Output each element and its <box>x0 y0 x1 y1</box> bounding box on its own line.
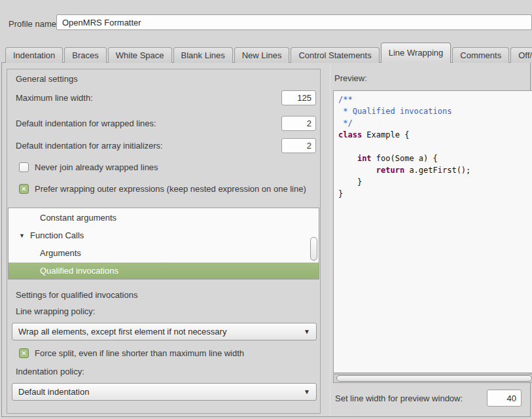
tab-white-space[interactable]: White Space <box>108 47 172 63</box>
array-initializers-indentation-row: Default indentation for array initialize… <box>16 138 316 153</box>
code-line: return a.getFirst(); <box>338 164 532 176</box>
line-wrapping-policy-label: Line wrapping policy: <box>16 306 95 316</box>
wrapped-lines-indentation-label: Default indentation for wrapped lines: <box>16 118 156 128</box>
max-line-width-label: Maximum line width: <box>16 93 93 103</box>
preview-line-width-label: Set line width for preview window: <box>335 393 463 403</box>
never-join-wrapped-lines-checkbox[interactable] <box>19 162 29 172</box>
wrap-elements-tree[interactable]: Constant arguments▼Function CallsArgumen… <box>8 208 319 280</box>
prefer-wrapping-outer-expressions-row: Prefer wrapping outer expressions (keep … <box>19 183 306 194</box>
max-line-width-input[interactable] <box>281 90 316 105</box>
tab-line-wrapping[interactable]: Line Wrapping <box>381 43 452 63</box>
force-split-checkbox[interactable] <box>19 348 29 358</box>
formatter-tab-bar: IndentationBracesWhite SpaceBlank LinesN… <box>5 43 532 63</box>
array-initializers-indentation-input[interactable] <box>281 138 316 153</box>
prefer-wrapping-outer-expressions-checkbox[interactable] <box>19 184 29 194</box>
wrapped-lines-indentation-row: Default indentation for wrapped lines: <box>16 116 316 131</box>
tab-new-lines[interactable]: New Lines <box>234 47 290 63</box>
never-join-wrapped-lines-label: Never join already wrapped lines <box>35 162 158 172</box>
tab-braces[interactable]: Braces <box>64 47 106 63</box>
force-split-row: Force split, even if line shorter than m… <box>19 348 244 358</box>
prefer-wrapping-outer-expressions-label: Prefer wrapping outer expressions (keep … <box>35 184 306 194</box>
tree-item-label: Constant arguments <box>40 210 116 227</box>
preview-line-width-input[interactable] <box>487 390 522 407</box>
tab-comments[interactable]: Comments <box>452 47 509 63</box>
chevron-down-icon: ▼ <box>304 323 310 340</box>
indentation-policy-label: Indentation policy: <box>16 367 84 376</box>
preview-horizontal-scrollbar[interactable] <box>333 374 532 383</box>
pane-divider <box>330 64 330 416</box>
preview-label: Preview: <box>334 73 367 83</box>
general-settings-title: General settings <box>16 74 78 84</box>
code-line: } <box>338 188 532 200</box>
tree-item-constant-arguments[interactable]: Constant arguments <box>9 210 319 227</box>
force-split-label: Force split, even if line shorter than m… <box>35 348 244 358</box>
expander-icon[interactable]: ▼ <box>19 227 25 244</box>
qualified-invocations-settings-title: Settings for qualified invocations <box>16 290 137 300</box>
code-line: /** <box>338 94 532 105</box>
code-line: } <box>338 176 532 188</box>
never-join-wrapped-lines-row: Never join already wrapped lines <box>19 162 158 172</box>
tab-control-statements[interactable]: Control Statements <box>291 47 379 63</box>
wrapped-lines-indentation-input[interactable] <box>281 116 316 131</box>
indentation-policy-select[interactable]: Default indentation ▼ <box>12 383 317 401</box>
profile-name-input[interactable] <box>56 14 532 30</box>
array-initializers-indentation-label: Default indentation for array initialize… <box>16 141 163 151</box>
code-line: class Example { <box>338 129 532 141</box>
tree-item-label: Qualified invocations <box>40 263 118 280</box>
profile-name-label: Profile name: <box>9 19 59 29</box>
tree-vertical-scrollbar-thumb[interactable] <box>310 237 317 261</box>
chevron-down-icon: ▼ <box>304 384 310 400</box>
preview-code-area: /** * Qualified invocations */class Exam… <box>333 90 532 373</box>
line-wrapping-settings-panel: General settings Constant arguments▼Func… <box>7 69 321 414</box>
tab-blank-lines[interactable]: Blank Lines <box>173 47 233 63</box>
tree-item-label: Arguments <box>40 245 81 262</box>
tab-indentation[interactable]: Indentation <box>5 47 63 63</box>
preview-horizontal-scrollbar-thumb[interactable] <box>336 375 532 382</box>
line-wrapping-policy-value: Wrap all elements, except first element … <box>18 327 226 337</box>
max-line-width-row: Maximum line width: <box>16 90 316 105</box>
tree-item-function-calls[interactable]: ▼Function Calls <box>9 227 319 245</box>
tree-item-label: Function Calls <box>30 227 84 244</box>
code-line <box>338 141 532 153</box>
tree-item-qualified-invocations[interactable]: Qualified invocations <box>9 263 319 280</box>
code-line: */ <box>338 117 532 129</box>
tab-off-on-tags[interactable]: Off/On Tags <box>510 47 532 63</box>
code-line: int foo(Some a) { <box>338 153 532 164</box>
tree-item-arguments[interactable]: Arguments <box>9 245 319 263</box>
line-wrapping-policy-select[interactable]: Wrap all elements, except first element … <box>12 323 317 340</box>
code-line: * Qualified invocations <box>338 105 532 117</box>
indentation-policy-value: Default indentation <box>18 387 89 397</box>
